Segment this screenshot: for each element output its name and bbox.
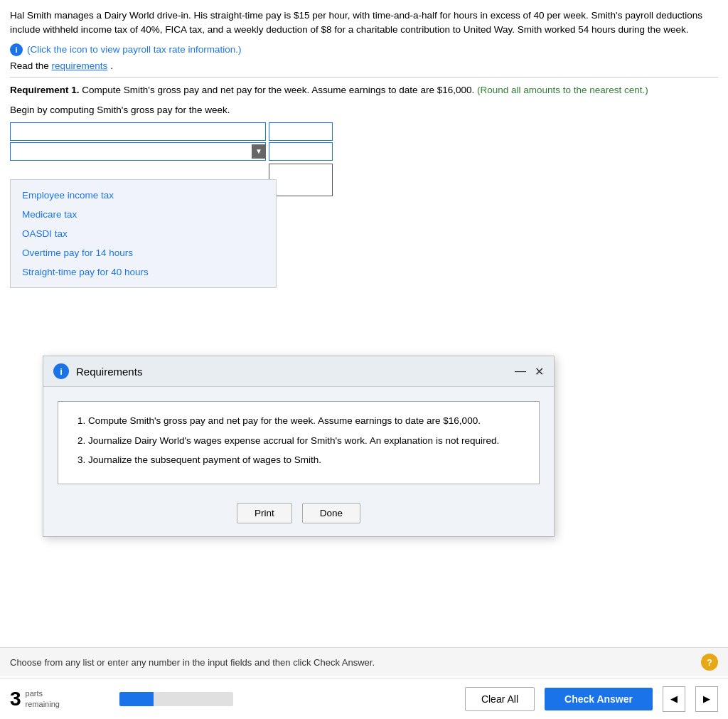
requirement-item-2: Journalize Dairy World's wages expense a… [88,433,525,449]
help-icon[interactable]: ? [701,654,718,671]
modal-header-left: i Requirements [53,363,142,379]
select-row: Employee income tax Medicare tax OASDI t… [10,142,718,161]
dropdown-item-straight-time-pay[interactable]: Straight-time pay for 40 hours [11,262,276,282]
modal-info-icon: i [53,363,69,379]
read-label: Read the [10,60,49,71]
prev-nav-button[interactable]: ◀ [663,686,685,712]
modal-close-button[interactable]: ✕ [535,365,544,378]
problem-text: Hal Smith manages a Dairy World drive-in… [10,9,718,38]
progress-bar-container [119,692,233,706]
req1-green-text: (Round all amounts to the nearest cent.) [477,85,648,95]
requirement-item-3: Journalize the subsequent payment of wag… [88,452,525,468]
dropdown-item-medicare-tax[interactable]: Medicare tax [11,205,276,224]
dropdown-select[interactable]: Employee income tax Medicare tax OASDI t… [10,142,266,161]
done-button[interactable]: Done [302,503,360,523]
info-line: i (Click the icon to view payroll tax ra… [10,43,718,56]
number-input-1[interactable] [269,122,333,141]
input-area: Employee income tax Medicare tax OASDI t… [10,122,718,198]
requirement1-text: Requirement 1. Compute Smith's gross pay… [10,83,718,97]
dropdown-item-oasdi-tax[interactable]: OASDI tax [11,224,276,243]
modal-title: Requirements [76,366,142,378]
req1-main-text: Compute Smith's gross pay and net pay fo… [82,85,477,95]
divider [10,77,718,78]
requirements-list: Compute Smith's gross pay and net pay fo… [73,413,525,468]
parts-info: 3 partsremaining [10,688,109,709]
modal-header-controls: — ✕ [515,365,544,378]
footer-bar: 3 partsremaining Clear All Check Answer … [0,678,728,719]
parts-label: partsremaining [26,688,60,709]
dropdown-item-employee-income-tax[interactable]: Employee income tax [11,186,276,205]
begin-text: Begin by computing Smith's gross pay for… [10,105,718,115]
period: . [110,60,113,71]
hint-text: Choose from any list or enter any number… [10,657,375,668]
requirements-list-box: Compute Smith's gross pay and net pay fo… [58,401,540,484]
modal-header: i Requirements — ✕ [43,356,554,387]
print-button[interactable]: Print [237,503,292,523]
parts-number: 3 [10,689,21,709]
dropdown-list: Employee income tax Medicare tax OASDI t… [10,179,277,288]
modal-minimize-button[interactable]: — [515,366,526,377]
progress-bar-fill [119,692,154,706]
requirements-modal: i Requirements — ✕ Compute Smith's gross… [43,356,555,537]
info-icon[interactable]: i [10,43,23,56]
dropdown-item-overtime-pay[interactable]: Overtime pay for 14 hours [11,243,276,262]
modal-body: Compute Smith's gross pay and net pay fo… [43,387,554,503]
requirements-link[interactable]: requirements [52,60,108,71]
requirement-item-1: Compute Smith's gross pay and net pay fo… [88,413,525,429]
clear-all-button[interactable]: Clear All [465,687,535,711]
info-link-text[interactable]: (Click the icon to view payroll tax rate… [27,44,242,55]
label-input-1[interactable] [10,122,266,141]
req1-label: Requirement 1. [10,85,80,95]
bottom-hint-bar: Choose from any list or enter any number… [0,647,728,676]
modal-footer: Print Done [43,503,554,536]
number-input-double[interactable] [269,164,333,196]
number-input-2[interactable] [269,142,333,161]
check-answer-button[interactable]: Check Answer [545,688,653,710]
input-row-1 [10,122,718,141]
next-nav-button[interactable]: ▶ [695,686,718,712]
read-line: Read the requirements . [10,60,718,71]
